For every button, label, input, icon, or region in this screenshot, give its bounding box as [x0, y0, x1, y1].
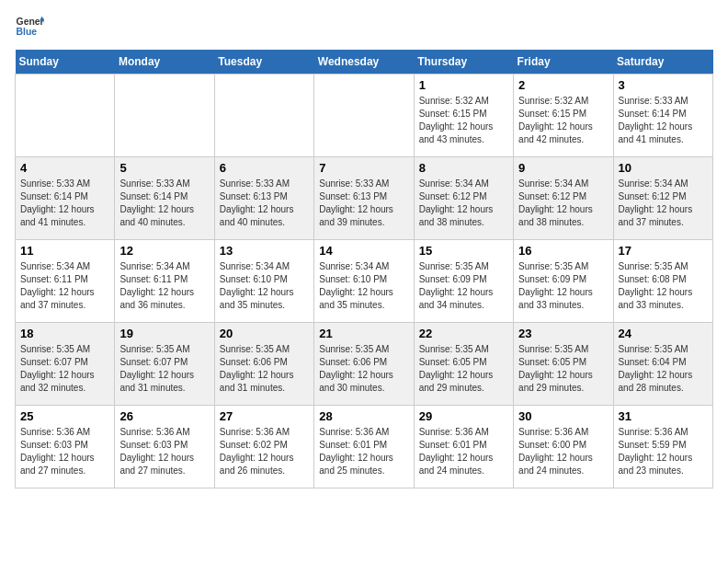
day-info: Sunrise: 5:36 AM Sunset: 6:01 PM Dayligh… — [419, 426, 508, 477]
day-number: 25 — [20, 409, 109, 423]
day-info: Sunrise: 5:35 AM Sunset: 6:09 PM Dayligh… — [419, 260, 508, 312]
day-number: 30 — [518, 409, 608, 423]
day-cell: 18Sunrise: 5:35 AM Sunset: 6:07 PM Dayli… — [16, 323, 115, 406]
day-cell: 20Sunrise: 5:35 AM Sunset: 6:06 PM Dayli… — [214, 323, 313, 406]
weekday-header-sunday: Sunday — [16, 50, 115, 75]
day-info: Sunrise: 5:32 AM Sunset: 6:15 PM Dayligh… — [518, 95, 608, 146]
week-row-2: 4Sunrise: 5:33 AM Sunset: 6:14 PM Daylig… — [16, 157, 713, 240]
day-number: 9 — [518, 161, 608, 175]
day-number: 29 — [419, 409, 508, 423]
day-number: 3 — [619, 78, 708, 92]
day-info: Sunrise: 5:35 AM Sunset: 6:04 PM Dayligh… — [619, 343, 708, 395]
day-info: Sunrise: 5:34 AM Sunset: 6:12 PM Dayligh… — [518, 178, 608, 229]
day-info: Sunrise: 5:35 AM Sunset: 6:07 PM Dayligh… — [20, 343, 109, 395]
day-cell: 23Sunrise: 5:35 AM Sunset: 6:05 PM Dayli… — [514, 323, 613, 406]
day-number: 12 — [119, 244, 209, 258]
day-number: 24 — [619, 327, 708, 340]
day-info: Sunrise: 5:34 AM Sunset: 6:12 PM Dayligh… — [419, 178, 508, 229]
day-cell: 5Sunrise: 5:33 AM Sunset: 6:14 PM Daylig… — [115, 157, 214, 240]
day-number: 15 — [419, 244, 508, 258]
day-number: 1 — [419, 78, 508, 92]
day-info: Sunrise: 5:36 AM Sunset: 6:00 PM Dayligh… — [518, 426, 608, 477]
day-number: 18 — [20, 327, 109, 340]
day-cell: 30Sunrise: 5:36 AM Sunset: 6:00 PM Dayli… — [514, 406, 613, 488]
day-cell: 22Sunrise: 5:35 AM Sunset: 6:05 PM Dayli… — [414, 323, 513, 406]
day-cell: 29Sunrise: 5:36 AM Sunset: 6:01 PM Dayli… — [414, 406, 513, 488]
day-number: 22 — [419, 327, 508, 340]
weekday-header-wednesday: Wednesday — [314, 50, 414, 75]
day-cell: 24Sunrise: 5:35 AM Sunset: 6:04 PM Dayli… — [613, 323, 712, 406]
day-number: 10 — [619, 161, 708, 175]
week-row-1: 1Sunrise: 5:32 AM Sunset: 6:15 PM Daylig… — [16, 75, 713, 157]
day-cell: 16Sunrise: 5:35 AM Sunset: 6:09 PM Dayli… — [514, 240, 613, 323]
day-number: 2 — [518, 78, 608, 92]
day-info: Sunrise: 5:33 AM Sunset: 6:14 PM Dayligh… — [20, 178, 109, 229]
day-cell: 21Sunrise: 5:35 AM Sunset: 6:06 PM Dayli… — [314, 323, 414, 406]
day-info: Sunrise: 5:35 AM Sunset: 6:06 PM Dayligh… — [220, 343, 309, 395]
day-info: Sunrise: 5:35 AM Sunset: 6:06 PM Dayligh… — [319, 343, 408, 395]
weekday-header-tuesday: Tuesday — [214, 50, 313, 75]
day-info: Sunrise: 5:34 AM Sunset: 6:11 PM Dayligh… — [119, 260, 209, 312]
day-number: 26 — [119, 409, 209, 423]
weekday-header-thursday: Thursday — [414, 50, 513, 75]
svg-text:General: General — [17, 17, 44, 27]
day-number: 13 — [220, 244, 309, 258]
day-cell: 3Sunrise: 5:33 AM Sunset: 6:14 PM Daylig… — [613, 75, 712, 157]
day-cell: 15Sunrise: 5:35 AM Sunset: 6:09 PM Dayli… — [414, 240, 513, 323]
day-cell: 17Sunrise: 5:35 AM Sunset: 6:08 PM Dayli… — [613, 240, 712, 323]
day-cell — [214, 75, 313, 157]
day-cell: 10Sunrise: 5:34 AM Sunset: 6:12 PM Dayli… — [613, 157, 712, 240]
day-cell — [115, 75, 214, 157]
day-number: 31 — [619, 409, 708, 423]
day-cell: 1Sunrise: 5:32 AM Sunset: 6:15 PM Daylig… — [414, 75, 513, 157]
weekday-header-monday: Monday — [115, 50, 214, 75]
day-info: Sunrise: 5:35 AM Sunset: 6:07 PM Dayligh… — [119, 343, 209, 395]
day-number: 17 — [619, 244, 708, 258]
day-info: Sunrise: 5:36 AM Sunset: 6:03 PM Dayligh… — [119, 426, 209, 477]
day-info: Sunrise: 5:36 AM Sunset: 6:02 PM Dayligh… — [220, 426, 309, 477]
weekday-header-friday: Friday — [514, 50, 613, 75]
day-cell: 28Sunrise: 5:36 AM Sunset: 6:01 PM Dayli… — [314, 406, 414, 488]
calendar-table: SundayMondayTuesdayWednesdayThursdayFrid… — [15, 50, 713, 488]
day-cell: 4Sunrise: 5:33 AM Sunset: 6:14 PM Daylig… — [16, 157, 115, 240]
day-info: Sunrise: 5:33 AM Sunset: 6:13 PM Dayligh… — [220, 178, 309, 229]
day-number: 21 — [319, 327, 408, 340]
day-number: 16 — [518, 244, 608, 258]
day-number: 7 — [319, 161, 408, 175]
logo: General Blue — [15, 15, 44, 40]
day-info: Sunrise: 5:35 AM Sunset: 6:09 PM Dayligh… — [518, 260, 608, 312]
day-info: Sunrise: 5:34 AM Sunset: 6:11 PM Dayligh… — [20, 260, 109, 312]
day-info: Sunrise: 5:35 AM Sunset: 6:05 PM Dayligh… — [518, 343, 608, 395]
day-info: Sunrise: 5:34 AM Sunset: 6:12 PM Dayligh… — [619, 178, 708, 229]
day-number: 5 — [119, 161, 209, 175]
day-number: 4 — [20, 161, 109, 175]
day-cell: 6Sunrise: 5:33 AM Sunset: 6:13 PM Daylig… — [214, 157, 313, 240]
svg-text:Blue: Blue — [17, 27, 38, 37]
day-info: Sunrise: 5:36 AM Sunset: 6:03 PM Dayligh… — [20, 426, 109, 477]
day-number: 6 — [220, 161, 309, 175]
day-cell: 8Sunrise: 5:34 AM Sunset: 6:12 PM Daylig… — [414, 157, 513, 240]
day-number: 20 — [220, 327, 309, 340]
day-cell: 13Sunrise: 5:34 AM Sunset: 6:10 PM Dayli… — [214, 240, 313, 323]
day-number: 14 — [319, 244, 408, 258]
day-number: 11 — [20, 244, 109, 258]
logo-icon: General Blue — [15, 15, 44, 40]
day-number: 27 — [220, 409, 309, 423]
day-info: Sunrise: 5:33 AM Sunset: 6:14 PM Dayligh… — [119, 178, 209, 229]
day-info: Sunrise: 5:36 AM Sunset: 5:59 PM Dayligh… — [619, 426, 708, 477]
day-cell: 9Sunrise: 5:34 AM Sunset: 6:12 PM Daylig… — [514, 157, 613, 240]
header: General Blue — [15, 15, 713, 40]
day-info: Sunrise: 5:34 AM Sunset: 6:10 PM Dayligh… — [220, 260, 309, 312]
day-info: Sunrise: 5:32 AM Sunset: 6:15 PM Dayligh… — [419, 95, 508, 146]
week-row-4: 18Sunrise: 5:35 AM Sunset: 6:07 PM Dayli… — [16, 323, 713, 406]
week-row-3: 11Sunrise: 5:34 AM Sunset: 6:11 PM Dayli… — [16, 240, 713, 323]
day-info: Sunrise: 5:33 AM Sunset: 6:14 PM Dayligh… — [619, 95, 708, 146]
day-cell: 31Sunrise: 5:36 AM Sunset: 5:59 PM Dayli… — [613, 406, 712, 488]
day-cell: 27Sunrise: 5:36 AM Sunset: 6:02 PM Dayli… — [214, 406, 313, 488]
day-cell: 11Sunrise: 5:34 AM Sunset: 6:11 PM Dayli… — [16, 240, 115, 323]
weekday-header-row: SundayMondayTuesdayWednesdayThursdayFrid… — [16, 50, 713, 75]
weekday-header-saturday: Saturday — [613, 50, 712, 75]
day-info: Sunrise: 5:33 AM Sunset: 6:13 PM Dayligh… — [319, 178, 408, 229]
day-cell: 25Sunrise: 5:36 AM Sunset: 6:03 PM Dayli… — [16, 406, 115, 488]
day-cell: 2Sunrise: 5:32 AM Sunset: 6:15 PM Daylig… — [514, 75, 613, 157]
